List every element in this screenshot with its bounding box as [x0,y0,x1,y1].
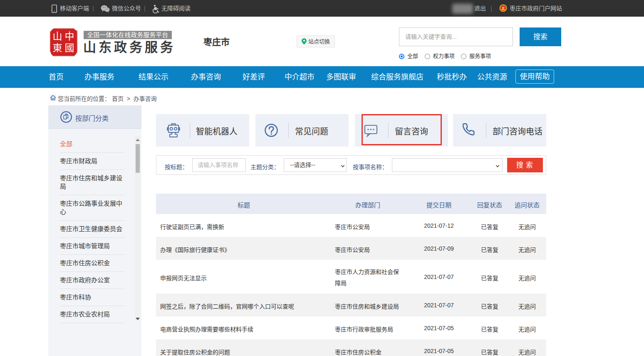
svg-text:國: 國 [65,43,74,53]
svg-text:東: 東 [53,43,62,53]
svg-text:山: 山 [53,31,62,42]
svg-text:中: 中 [65,31,74,42]
